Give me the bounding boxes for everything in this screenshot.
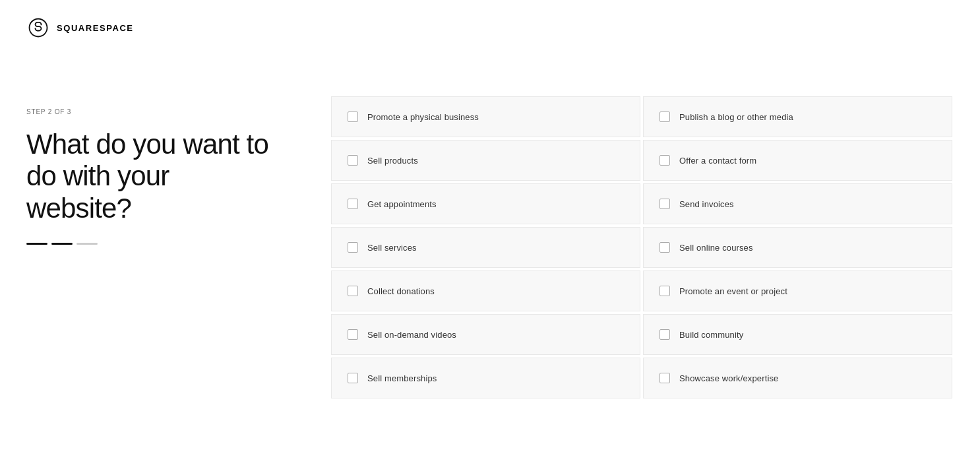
option-sell-services[interactable]: Sell services (331, 227, 640, 268)
checkbox-sell-on-demand-videos[interactable] (348, 329, 358, 340)
option-sell-products[interactable]: Sell products (331, 140, 640, 181)
header: SQUARESPACE (0, 0, 980, 55)
option-build-community[interactable]: Build community (643, 314, 952, 355)
option-sell-on-demand-videos[interactable]: Sell on-demand videos (331, 314, 640, 355)
option-sell-memberships[interactable]: Sell memberships (331, 358, 640, 398)
option-label-showcase-work: Showcase work/expertise (679, 373, 778, 383)
page-title: What do you want to do with your website… (26, 129, 277, 224)
progress-indicator (26, 243, 277, 245)
checkbox-showcase-work[interactable] (659, 373, 670, 383)
option-publish-blog[interactable]: Publish a blog or other media (643, 96, 952, 137)
option-label-publish-blog: Publish a blog or other media (679, 112, 793, 122)
option-offer-contact-form[interactable]: Offer a contact form (643, 140, 952, 181)
option-sell-online-courses[interactable]: Sell online courses (643, 227, 952, 268)
option-label-build-community: Build community (679, 330, 743, 340)
checkbox-promote-physical[interactable] (348, 111, 358, 122)
checkbox-promote-event[interactable] (659, 286, 670, 296)
option-label-sell-services: Sell services (367, 243, 417, 253)
checkbox-send-invoices[interactable] (659, 199, 670, 209)
progress-dot-1 (26, 243, 47, 245)
option-label-offer-contact-form: Offer a contact form (679, 156, 756, 166)
options-grid: Promote a physical business Publish a bl… (330, 95, 954, 400)
checkbox-sell-services[interactable] (348, 242, 358, 253)
option-label-sell-online-courses: Sell online courses (679, 243, 753, 253)
option-send-invoices[interactable]: Send invoices (643, 183, 952, 224)
option-showcase-work[interactable]: Showcase work/expertise (643, 358, 952, 398)
logo-text: SQUARESPACE (57, 23, 134, 33)
logo: SQUARESPACE (26, 16, 134, 40)
step-label: STEP 2 OF 3 (26, 108, 277, 115)
checkbox-get-appointments[interactable] (348, 199, 358, 209)
option-collect-donations[interactable]: Collect donations (331, 270, 640, 311)
checkbox-sell-products[interactable] (348, 155, 358, 166)
option-promote-event[interactable]: Promote an event or project (643, 270, 952, 311)
option-label-sell-memberships: Sell memberships (367, 373, 437, 383)
checkbox-sell-memberships[interactable] (348, 373, 358, 383)
option-label-get-appointments: Get appointments (367, 199, 437, 209)
squarespace-logo-icon (26, 16, 50, 40)
checkbox-collect-donations[interactable] (348, 286, 358, 296)
checkbox-offer-contact-form[interactable] (659, 155, 670, 166)
option-promote-physical[interactable]: Promote a physical business (331, 96, 640, 137)
checkbox-publish-blog[interactable] (659, 111, 670, 122)
option-label-collect-donations: Collect donations (367, 286, 435, 296)
checkbox-sell-online-courses[interactable] (659, 242, 670, 253)
progress-dot-2 (51, 243, 73, 245)
option-get-appointments[interactable]: Get appointments (331, 183, 640, 224)
option-label-sell-on-demand-videos: Sell on-demand videos (367, 330, 456, 340)
checkbox-build-community[interactable] (659, 329, 670, 340)
progress-dot-3 (77, 243, 98, 245)
option-label-sell-products: Sell products (367, 156, 418, 166)
option-label-promote-event: Promote an event or project (679, 286, 787, 296)
option-label-send-invoices: Send invoices (679, 199, 734, 209)
option-label-promote-physical: Promote a physical business (367, 112, 479, 122)
